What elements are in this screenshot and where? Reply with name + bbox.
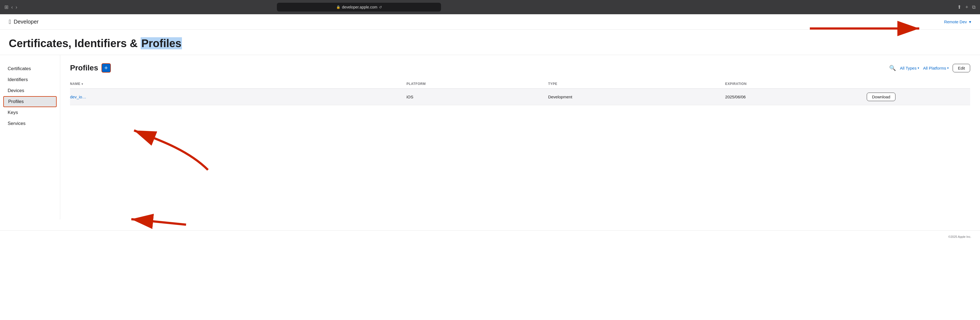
search-icon[interactable]: 🔍 (889, 65, 896, 71)
sidebar: Certificates Identifiers Devices Profile… (0, 55, 60, 219)
table-header: NAME ▾ PLATFORM TYPE EXPIRATION (70, 79, 970, 89)
plus-icon: + (104, 65, 108, 71)
content-area: Profiles + 🔍 All Types ▾ All Platforms ▾… (60, 55, 980, 219)
name-sort-icon[interactable]: ▾ (81, 82, 83, 85)
profiles-header-row: Profiles + 🔍 All Types ▾ All Platforms ▾… (70, 63, 970, 73)
profile-type-cell: Development (548, 89, 725, 105)
page-title-highlight: Profiles (141, 37, 182, 49)
browser-actions: ⬆ + ⧉ (957, 4, 975, 10)
col-header-name: NAME ▾ (70, 79, 407, 89)
sidebar-item-profiles[interactable]: Profiles (3, 96, 57, 107)
sidebar-toggle[interactable]: ⊞ (5, 5, 8, 10)
forward-button[interactable]: › (16, 5, 17, 10)
all-platforms-filter[interactable]: All Platforms ▾ (923, 66, 949, 70)
site-footer: ©2025 Apple Inc. (0, 230, 980, 243)
back-button[interactable]: ‹ (11, 5, 13, 10)
new-tab-icon[interactable]: + (965, 5, 968, 10)
user-menu[interactable]: Remote Dev ▾ (944, 19, 971, 24)
share-icon[interactable]: ⬆ (957, 4, 961, 10)
tabs-icon[interactable]: ⧉ (972, 5, 975, 10)
table-header-row: NAME ▾ PLATFORM TYPE EXPIRATION (70, 79, 970, 89)
profile-expiration-cell: 2025/06/06 (725, 89, 867, 105)
address-bar[interactable]: 🔒 developer.apple.com ↺ (277, 3, 441, 11)
profile-action-cell: Download (867, 89, 970, 105)
url-text: developer.apple.com (342, 5, 377, 9)
col-header-type: TYPE (548, 79, 725, 89)
user-name: Remote Dev (944, 19, 967, 24)
copyright-text: ©2025 Apple Inc. (948, 235, 971, 238)
site-header:  Developer Remote Dev ▾ (0, 14, 980, 30)
col-header-expiration: EXPIRATION (725, 79, 867, 89)
all-platforms-chevron-icon: ▾ (947, 66, 949, 70)
all-platforms-label: All Platforms (923, 66, 946, 70)
download-button[interactable]: Download (867, 93, 896, 101)
sidebar-item-devices[interactable]: Devices (0, 85, 60, 96)
profile-name-cell: dev_io… (70, 89, 407, 105)
col-header-platform: PLATFORM (407, 79, 548, 89)
sidebar-item-certificates[interactable]: Certificates (0, 63, 60, 74)
table-body: dev_io… iOS Development 2025/06/06 Downl… (70, 89, 970, 105)
page-title-section: Certificates, Identifiers & Profiles (0, 30, 980, 55)
edit-button[interactable]: Edit (953, 64, 970, 72)
all-types-label: All Types (900, 66, 916, 70)
sidebar-item-services[interactable]: Services (0, 118, 60, 129)
reload-icon[interactable]: ↺ (379, 5, 382, 9)
table-row: dev_io… iOS Development 2025/06/06 Downl… (70, 89, 970, 105)
all-types-chevron-icon: ▾ (918, 66, 919, 70)
browser-controls: ⊞ ‹ › (5, 5, 17, 10)
profiles-table: NAME ▾ PLATFORM TYPE EXPIRATION dev_io… … (70, 79, 970, 105)
profile-name-link[interactable]: dev_io… (70, 94, 86, 99)
profiles-controls: 🔍 All Types ▾ All Platforms ▾ Edit (889, 64, 970, 72)
page-title-part1: Certificates, Identifiers & (9, 37, 141, 49)
user-chevron-icon: ▾ (969, 19, 971, 24)
add-profile-button[interactable]: + (102, 63, 111, 73)
browser-chrome: ⊞ ‹ › 🔒 developer.apple.com ↺ ⬆ + ⧉ (0, 0, 980, 14)
all-types-filter[interactable]: All Types ▾ (900, 66, 919, 70)
profiles-section-title: Profiles (70, 64, 98, 72)
profile-platform-cell: iOS (407, 89, 548, 105)
lock-icon: 🔒 (336, 5, 340, 9)
apple-logo-icon:  (9, 18, 11, 26)
main-layout: Certificates Identifiers Devices Profile… (0, 55, 980, 219)
profiles-title-area: Profiles + (70, 63, 111, 73)
apple-logo-area:  Developer (9, 18, 38, 26)
developer-label: Developer (14, 19, 38, 25)
page-title: Certificates, Identifiers & Profiles (9, 37, 971, 49)
sidebar-item-identifiers[interactable]: Identifiers (0, 74, 60, 85)
col-header-action (867, 79, 970, 89)
sidebar-item-keys[interactable]: Keys (0, 107, 60, 118)
